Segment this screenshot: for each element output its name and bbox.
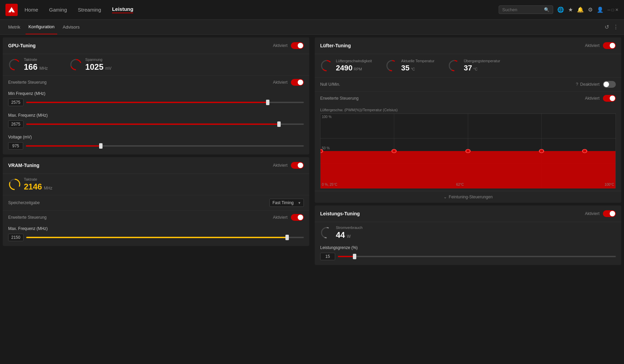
nav-streaming[interactable]: Streaming bbox=[78, 7, 101, 13]
gpu-max-freq-slider-container: 2675 bbox=[8, 120, 304, 128]
fan-speed-gauge bbox=[320, 59, 333, 72]
main-content: GPU-Tuning Aktiviert Taktrate 166 bbox=[0, 35, 624, 268]
gpu-tuning-title: GPU-Tuning bbox=[8, 43, 273, 48]
top-nav: Home Gaming Streaming Leistung 🔍 🌐 ★ 🔔 ⚙… bbox=[0, 0, 624, 20]
gpu-erweiterte-row: Erweiterte Steuerung Aktiviert bbox=[3, 75, 309, 89]
fan-erweiterte-status: Aktiviert bbox=[585, 96, 599, 101]
globe-icon[interactable]: 🌐 bbox=[557, 6, 564, 13]
vram-erweiterte-row: Erweiterte Steuerung Aktiviert bbox=[3, 210, 309, 224]
gpu-max-freq-thumb[interactable] bbox=[277, 121, 281, 127]
vram-erweiterte-status: Aktiviert bbox=[273, 215, 287, 220]
fan-ueber-gauge bbox=[448, 59, 461, 72]
spannung-value: 1025 bbox=[85, 62, 103, 71]
fan-chart-svg bbox=[321, 114, 615, 188]
stromverbrauch-value-block: Stromverbrauch 44 W bbox=[336, 226, 362, 240]
gpu-min-freq-track[interactable] bbox=[26, 102, 304, 103]
user-icon[interactable]: 👤 bbox=[597, 6, 604, 13]
gpu-min-freq-thumb[interactable] bbox=[266, 100, 269, 105]
vram-erweiterte-toggle[interactable] bbox=[291, 214, 304, 221]
gpu-max-freq-track[interactable] bbox=[26, 123, 304, 125]
subnav-metrik[interactable]: Metrik bbox=[5, 20, 23, 34]
leistungsgrenze-value[interactable]: 15 bbox=[320, 253, 335, 260]
settings-icon[interactable]: ⚙ bbox=[588, 6, 593, 13]
nav-home[interactable]: Home bbox=[25, 7, 38, 13]
fan-speed-value: 2490 bbox=[336, 64, 353, 72]
vram-tuning-toggle[interactable] bbox=[291, 162, 304, 169]
vram-speicher-select[interactable]: Fast Timing bbox=[269, 199, 304, 207]
vram-taktrate-value: 2146 bbox=[24, 182, 42, 191]
leistungsgrenze-track[interactable] bbox=[338, 256, 616, 257]
stromverbrauch-gauge bbox=[320, 226, 333, 239]
nav-gaming[interactable]: Gaming bbox=[49, 7, 67, 13]
leistungsgrenze-thumb[interactable] bbox=[353, 254, 356, 259]
vram-speicher-dropdown-wrapper[interactable]: Fast Timing ▼ bbox=[269, 199, 304, 207]
search-icon: 🔍 bbox=[544, 7, 549, 12]
leistungs-tuning-status-label: Aktiviert bbox=[585, 211, 599, 216]
spannung-label: Spannung bbox=[85, 57, 111, 62]
vram-taktrate-label: Taktrate bbox=[24, 177, 52, 181]
gpu-erweiterte-label: Erweiterte Steuerung bbox=[8, 80, 273, 85]
search-input[interactable] bbox=[502, 7, 542, 12]
svg-marker-19 bbox=[321, 151, 615, 188]
fan-ueber-value-block: Übergangstemperatur 37 °C bbox=[464, 59, 500, 72]
fan-null-toggle[interactable] bbox=[603, 81, 616, 88]
gpu-voltage-track[interactable] bbox=[26, 145, 304, 147]
chevron-down-icon: ⌄ bbox=[443, 195, 447, 199]
vram-taktrate-unit: MHz bbox=[44, 186, 52, 191]
fan-chart-section: Lüftergeschw. (PWM(%))/Temperatur (Celsi… bbox=[315, 105, 621, 191]
fan-temp-label: Aktuelle Temperatur bbox=[401, 59, 435, 63]
fan-temp-value-block: Aktuelle Temperatur 35 °C bbox=[401, 59, 435, 72]
leistungs-gauges-row: Stromverbrauch 44 W bbox=[315, 222, 621, 243]
vram-speicher-label: Speicherzeitgabe bbox=[8, 200, 269, 205]
svg-point-21 bbox=[392, 149, 396, 153]
feintuning-row[interactable]: ⌄ Feintuning-Steuerungen bbox=[315, 191, 621, 203]
stromverbrauch-unit: W bbox=[347, 234, 350, 239]
search-box[interactable]: 🔍 bbox=[499, 5, 553, 14]
taktrate-label: Taktrate bbox=[24, 57, 48, 62]
vram-max-freq-value[interactable]: 2150 bbox=[8, 234, 24, 241]
fan-tuning-toggle[interactable] bbox=[603, 42, 616, 49]
leistungsgrenze-section: Leistungsgrenze (%) 15 bbox=[315, 243, 621, 265]
vram-tuning-title: VRAM-Tuning bbox=[8, 163, 273, 168]
gpu-spannung-block: Spannung 1025 mV bbox=[69, 57, 111, 72]
subnav-konfiguration[interactable]: Konfiguration bbox=[26, 20, 57, 34]
fan-null-label: Null U/Min. bbox=[320, 82, 576, 87]
fan-speed-label: Lüftergeschwindigkeit bbox=[336, 59, 372, 63]
spannung-unit: mV bbox=[105, 66, 111, 71]
fan-erweiterte-toggle[interactable] bbox=[603, 95, 616, 102]
gpu-min-freq-value[interactable]: 2575 bbox=[8, 99, 24, 106]
fan-chart-area[interactable]: 100 % 50 % 0 %, 25°C 62°C 100°C bbox=[320, 113, 616, 188]
refresh-icon[interactable]: ↺ bbox=[605, 24, 609, 30]
gpu-min-freq-fill bbox=[26, 102, 268, 103]
gpu-max-freq-value[interactable]: 2675 bbox=[8, 120, 24, 128]
leistungs-tuning-toggle[interactable] bbox=[603, 210, 616, 217]
chart-x-62: 62°C bbox=[456, 183, 464, 186]
window-controls: ─ □ ✕ bbox=[608, 7, 619, 12]
gpu-taktrate-block: Taktrate 166 MHz bbox=[8, 57, 48, 72]
gpu-min-freq-slider-container: 2575 bbox=[8, 99, 304, 106]
fan-tuning-header: Lüfter-Tuning Aktiviert bbox=[315, 37, 621, 54]
stromverbrauch-label: Stromverbrauch bbox=[336, 226, 362, 230]
gpu-erweiterte-toggle[interactable] bbox=[291, 79, 304, 86]
vram-max-freq-track[interactable] bbox=[26, 237, 304, 238]
more-icon[interactable]: ⋮ bbox=[613, 24, 619, 30]
vram-max-freq-slider-container: 2150 bbox=[8, 234, 304, 241]
gpu-voltage-slider-container: 975 bbox=[8, 142, 304, 150]
vram-max-freq-thumb[interactable] bbox=[285, 235, 289, 240]
subnav-advisors[interactable]: Advisors bbox=[60, 20, 82, 34]
star-icon[interactable]: ★ bbox=[568, 6, 573, 13]
fan-tuning-status-label: Aktiviert bbox=[585, 43, 599, 48]
left-column: GPU-Tuning Aktiviert Taktrate 166 bbox=[0, 35, 312, 268]
gpu-voltage-thumb[interactable] bbox=[99, 143, 103, 149]
gpu-tuning-toggle[interactable] bbox=[291, 42, 304, 49]
vram-max-freq-section: Max. Frequenz (MHz) 2150 bbox=[3, 224, 309, 246]
fan-speed-value-block: Lüftergeschwindigkeit 2490 RPM bbox=[336, 59, 372, 72]
gpu-voltage-fill bbox=[26, 145, 101, 147]
bell-icon[interactable]: 🔔 bbox=[577, 6, 584, 13]
nav-right: 🔍 🌐 ★ 🔔 ⚙ 👤 ─ □ ✕ bbox=[499, 5, 619, 14]
gpu-min-freq-section: Min Frequenz (MHz) 2575 bbox=[3, 89, 309, 111]
leistungsgrenze-fill bbox=[338, 256, 355, 257]
vram-taktrate-value-block: Taktrate 2146 MHz bbox=[24, 177, 52, 192]
nav-leistung[interactable]: Leistung bbox=[112, 6, 134, 13]
gpu-voltage-value[interactable]: 975 bbox=[8, 142, 23, 150]
